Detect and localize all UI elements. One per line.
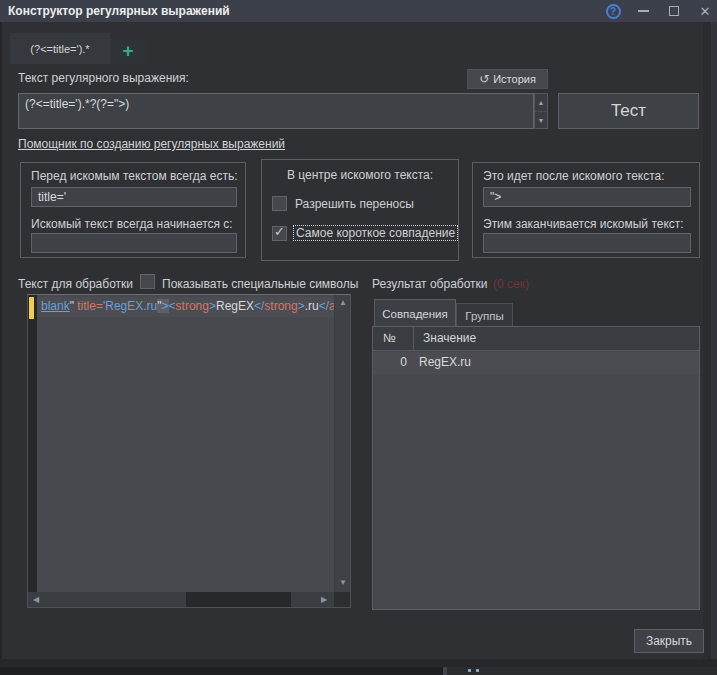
row-value: RegEX.ru	[419, 355, 471, 369]
plus-icon: +	[122, 40, 133, 62]
tab-groups-label: Группы	[465, 310, 503, 322]
spinner-down-button[interactable]: ▼	[535, 111, 547, 128]
pattern-tab[interactable]: (?<=title=').*	[10, 33, 110, 64]
column-header-value: Значение	[423, 331, 476, 345]
ends-with-input[interactable]	[483, 233, 691, 253]
before-text-value: title='	[38, 190, 66, 204]
close-dialog-button-label: Закрыть	[646, 634, 692, 648]
pattern-tab-label: (?<=title=').*	[30, 43, 89, 55]
history-icon: ↺	[479, 72, 489, 86]
allow-linebreaks-checkbox[interactable]: ✓	[272, 196, 287, 211]
starts-with-input[interactable]	[31, 233, 237, 253]
tab-groups[interactable]: Группы	[456, 303, 513, 327]
column-separator	[413, 327, 414, 351]
result-label: Результат обработки	[372, 277, 488, 291]
regex-input-value: (?<=title=').*?(?=">)	[25, 97, 129, 111]
show-special-chars-label[interactable]: Показывать специальные символы	[162, 277, 358, 291]
add-pattern-tab-button[interactable]: +	[110, 38, 146, 64]
scroll-down-icon[interactable]: ▼	[335, 578, 351, 587]
syntax-token: strong	[264, 299, 297, 313]
regex-label: Текст регулярного выражения:	[18, 71, 189, 85]
after-text-group: Это идет после искомого текста: "> Этим …	[472, 162, 700, 258]
editor-text-line: blank" title='RegEX.ru"><strong>RegEX</s…	[41, 299, 334, 313]
scrollbar-corner	[334, 592, 350, 607]
background-glyph	[476, 669, 479, 672]
editor-vertical-scrollbar[interactable]: ▲ ▼	[334, 295, 350, 592]
source-text-label: Текст для обработки	[18, 277, 133, 291]
editor-gutter	[28, 295, 37, 592]
scroll-left-icon[interactable]: ◀	[28, 595, 44, 604]
before-text-group: Перед искомым текстом всегда есть: title…	[20, 162, 246, 258]
window-left-edge	[0, 22, 2, 659]
shortest-match-checkbox[interactable]: ✓	[272, 226, 287, 241]
syntax-token: >	[209, 299, 216, 313]
maximize-button[interactable]	[661, 0, 687, 22]
column-header-number: №	[383, 331, 396, 345]
result-time: (0 сек)	[493, 277, 529, 291]
check-icon: ✓	[274, 224, 285, 239]
syntax-token: </	[319, 299, 329, 313]
source-text-editor[interactable]: blank" title='RegEX.ru"><strong>RegEX</s…	[27, 294, 351, 608]
editor-horizontal-scrollbar[interactable]: ◀ ▶	[28, 592, 334, 607]
after-text-value: ">	[490, 190, 501, 204]
background-strip-left	[0, 667, 443, 675]
before-text-input[interactable]: title='	[31, 187, 237, 207]
titlebar: Конструктор регулярных выражений ? ✕	[0, 0, 717, 22]
close-button[interactable]: ✕	[692, 0, 717, 22]
result-table-header: № Значение	[373, 327, 699, 351]
syntax-token: </	[254, 299, 264, 313]
syntax-token: >	[162, 299, 169, 313]
syntax-token: >	[298, 299, 305, 313]
regex-input-spinner: ▲ ▼	[534, 93, 548, 129]
allow-linebreaks-label[interactable]: Разрешить переносы	[295, 197, 414, 211]
test-button[interactable]: Тест	[558, 93, 699, 129]
history-button[interactable]: ↺ История	[467, 69, 548, 89]
center-text-group: В центре искомого текста: ✓ Разрешить пе…	[261, 159, 459, 261]
help-icon: ?	[606, 4, 621, 19]
tab-matches[interactable]: Совпадения	[374, 299, 456, 327]
syntax-token: strong	[176, 299, 209, 313]
show-special-chars-checkbox[interactable]: ✓	[140, 274, 155, 289]
starts-with-label: Искомый текст всегда начинается с:	[31, 217, 233, 231]
after-text-input[interactable]: ">	[483, 187, 691, 207]
center-text-label: В центре искомого текста:	[262, 168, 458, 182]
history-button-label: История	[493, 73, 536, 85]
editor-content[interactable]: blank" title='RegEX.ru"><strong>RegEX</s…	[28, 295, 334, 592]
minimize-icon	[638, 10, 649, 12]
before-text-label: Перед искомым текстом всегда есть:	[31, 169, 238, 183]
syntax-token: "	[157, 299, 161, 313]
syntax-token: RegEX	[216, 299, 254, 313]
syntax-token: 'RegEX.ru	[103, 299, 157, 313]
background-glyph	[468, 669, 471, 672]
table-row[interactable]: 0RegEX.ru	[373, 352, 699, 374]
window-title: Конструктор регулярных выражений	[8, 0, 230, 22]
scroll-right-icon[interactable]: ▶	[316, 595, 332, 604]
tab-matches-label: Совпадения	[382, 308, 448, 320]
spinner-up-button[interactable]: ▲	[535, 94, 547, 111]
syntax-token: blank	[41, 299, 70, 313]
window-right-edge	[703, 22, 711, 659]
help-button[interactable]: ?	[600, 0, 626, 22]
test-button-label: Тест	[611, 101, 646, 121]
horizontal-scroll-thumb[interactable]	[186, 592, 291, 607]
row-number: 0	[373, 355, 407, 369]
scroll-up-icon[interactable]: ▲	[335, 298, 351, 307]
after-text-label: Это идет после искомого текста:	[483, 169, 665, 183]
minimize-button[interactable]	[630, 0, 656, 22]
ends-with-label: Этим заканчивается искомый текст:	[483, 217, 684, 231]
window-bottom-border	[0, 659, 717, 667]
close-dialog-button[interactable]: Закрыть	[634, 629, 704, 653]
syntax-token: <	[169, 299, 176, 313]
window-right-edge-outer	[711, 22, 717, 659]
regex-input[interactable]: (?<=title=').*?(?=">)	[18, 93, 534, 129]
current-line-marker	[29, 297, 34, 319]
syntax-token: .ru	[305, 299, 319, 313]
shortest-match-label[interactable]: Самое короткое совпадение	[293, 225, 458, 241]
regex-helper-link[interactable]: Помощник по созданию регулярных выражени…	[18, 137, 285, 151]
result-table[interactable]: № Значение 0RegEX.ru	[372, 326, 700, 610]
maximize-icon	[669, 6, 679, 16]
syntax-token: title=	[77, 299, 103, 313]
background-strip-right	[447, 667, 717, 675]
